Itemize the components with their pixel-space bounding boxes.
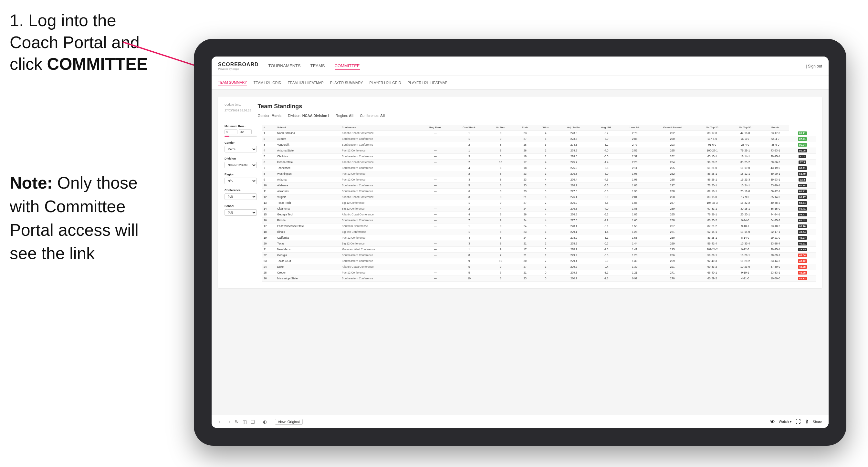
toolbar-bookmark-icon[interactable]: ◫ bbox=[243, 419, 247, 424]
cell-conf-rank: 1 bbox=[452, 148, 487, 153]
toolbar-clock-icon[interactable]: ◐ bbox=[263, 419, 267, 424]
instruction-highlight: COMMITTEE bbox=[47, 55, 148, 73]
subnav-team-summary[interactable]: TEAM SUMMARY bbox=[218, 79, 247, 86]
subnav-player-summary[interactable]: PLAYER SUMMARY bbox=[330, 80, 363, 86]
sign-out-link[interactable]: | Sign out bbox=[806, 64, 823, 68]
toolbar-copy-icon[interactable]: ❏ bbox=[251, 419, 255, 424]
cell-no-tour: 8 bbox=[487, 142, 515, 148]
cell-overall: 72-30-1 bbox=[696, 183, 729, 188]
cell-avg-sg: 1.85 bbox=[620, 200, 649, 206]
cell-reg-rank: — bbox=[419, 188, 452, 194]
cell-wins: 3 bbox=[536, 183, 556, 188]
cell-wins: 3 bbox=[536, 188, 556, 194]
col-overall-record: Overall Record bbox=[649, 125, 696, 130]
cell-vs50: 39-20-1 bbox=[762, 171, 789, 177]
cell-wins: 2 bbox=[536, 235, 556, 241]
toolbar-refresh-icon[interactable]: ↻ bbox=[235, 419, 239, 424]
table-row: 19 California Pac-12 Conference — 4 8 24… bbox=[262, 235, 816, 241]
cell-low-rd: 269 bbox=[649, 241, 696, 246]
cell-school: Texas bbox=[276, 241, 340, 246]
cell-rank: 24 bbox=[262, 264, 276, 270]
cell-conference: Southeastern Conference bbox=[340, 258, 419, 264]
col-points: Points bbox=[762, 125, 789, 130]
subnav-team-h2h-grid[interactable]: TEAM H2H GRID bbox=[254, 80, 281, 86]
subnav-team-h2h-heatmap[interactable]: TEAM H2H HEATMAP bbox=[288, 80, 324, 86]
cell-low-rd: 259 bbox=[649, 206, 696, 212]
cell-low-rd: 262 bbox=[649, 130, 696, 136]
tablet-device: SCOREBOARD Powered by clippd TOURNAMENTS… bbox=[194, 39, 846, 446]
toolbar-forward-icon[interactable]: → bbox=[226, 419, 231, 424]
cell-reg-rank: — bbox=[419, 223, 452, 229]
cell-low-rd: 271 bbox=[649, 229, 696, 235]
cell-conference: Southeastern Conference bbox=[340, 153, 419, 159]
nav-committee[interactable]: COMMITTEE bbox=[335, 62, 360, 70]
cell-overall: 86-26-1 bbox=[696, 177, 729, 183]
cell-overall: 60-39-2 bbox=[696, 276, 729, 281]
cell-no-tour: 6 bbox=[487, 165, 515, 171]
cell-rank: 2 bbox=[262, 136, 276, 142]
cell-wins: 1 bbox=[536, 264, 556, 270]
cell-reg-rank: — bbox=[419, 241, 452, 246]
cell-rank: 20 bbox=[262, 241, 276, 246]
cell-points: 71.7 bbox=[789, 153, 816, 159]
region-select[interactable]: N/A bbox=[224, 178, 257, 184]
cell-rank: 25 bbox=[262, 270, 276, 276]
bottom-toolbar: ← → ↻ ◫ ❏ ◐ View: Original 👁 Watch ▾ ⛶ ⇧… bbox=[212, 415, 829, 428]
cell-sg: -5.1 bbox=[592, 235, 620, 241]
cell-points: 68.71 bbox=[789, 165, 816, 171]
min-round-from-input[interactable] bbox=[224, 129, 238, 134]
cell-sg: -1.4 bbox=[592, 229, 620, 235]
cell-points: 39.25 bbox=[789, 246, 816, 252]
cell-vs50: 23-33-1 bbox=[762, 270, 789, 276]
filter-region-label: Region bbox=[224, 173, 257, 176]
cell-vs25: 17-9-0 bbox=[729, 194, 762, 200]
table-row: 8 Washington Pac-12 Conference — 2 8 23 … bbox=[262, 171, 816, 177]
division-select[interactable]: NCAA Division I bbox=[224, 162, 257, 168]
cell-rnds: 21 bbox=[515, 252, 536, 258]
cell-rank: 9 bbox=[262, 177, 276, 183]
col-low-rd: Low Rd. bbox=[620, 125, 649, 130]
cell-rnds: 21 bbox=[515, 241, 536, 246]
filter-region: Region: All bbox=[336, 114, 353, 118]
cell-conference: Pac-12 Conference bbox=[340, 177, 419, 183]
filter-division: Division: NCAA Division I bbox=[288, 114, 329, 118]
toolbar-expand-icon[interactable]: ⛶ bbox=[796, 419, 801, 425]
cell-vs25: 79-25-1 bbox=[729, 148, 762, 153]
cell-avg-sg: 1.41 bbox=[620, 246, 649, 252]
toolbar-view-button[interactable]: View: Original bbox=[275, 419, 303, 425]
subnav-player-h2h-heatmap[interactable]: PLAYER H2H HEATMAP bbox=[408, 80, 447, 86]
cell-vs50: 37-30-0 bbox=[762, 264, 789, 270]
cell-avg-sg: 1.85 bbox=[620, 212, 649, 217]
school-select[interactable]: (All) bbox=[224, 209, 257, 216]
cell-no-tour: 8 bbox=[487, 177, 515, 183]
cell-low-rd: 268 bbox=[649, 194, 696, 200]
cell-sg: -1.8 bbox=[592, 276, 620, 281]
min-round-to-input[interactable] bbox=[239, 129, 252, 134]
min-round-slider[interactable] bbox=[224, 136, 257, 136]
cell-adj-par: 278.7 bbox=[556, 246, 592, 252]
cell-sg: -6.2 bbox=[592, 212, 620, 217]
cell-rnds: 24 bbox=[515, 223, 536, 229]
toolbar-back-icon[interactable]: ← bbox=[218, 419, 223, 424]
cell-adj-par: 279.2 bbox=[556, 252, 592, 258]
cell-reg-rank: — bbox=[419, 276, 452, 281]
cell-vs25: 9-24-0 bbox=[729, 217, 762, 223]
gender-select[interactable]: Men's bbox=[224, 146, 257, 152]
cell-school: Georgia bbox=[276, 252, 340, 258]
toolbar-watch-button[interactable]: Watch ▾ bbox=[779, 419, 792, 424]
cell-sg: -6.0 bbox=[592, 194, 620, 200]
cell-school: Washington bbox=[276, 171, 340, 177]
step-number: 1. bbox=[10, 11, 24, 30]
nav-teams[interactable]: TEAMS bbox=[310, 62, 325, 70]
nav-tournaments[interactable]: TOURNAMENTS bbox=[269, 62, 301, 70]
cell-avg-sg: 1.30 bbox=[620, 258, 649, 264]
subnav-player-h2h-grid[interactable]: PLAYER H2H GRID bbox=[370, 80, 401, 86]
cell-points: 59.47 bbox=[789, 212, 816, 217]
toolbar-share-button[interactable]: Share bbox=[813, 420, 822, 424]
cell-school: Illinois bbox=[276, 229, 340, 235]
cell-rank: 12 bbox=[262, 194, 276, 200]
conference-select[interactable]: (All) bbox=[224, 193, 257, 200]
cell-no-tour: 9 bbox=[487, 217, 515, 223]
cell-conference: Pac-12 Conference bbox=[340, 171, 419, 177]
cell-conf-rank: 1 bbox=[452, 223, 487, 229]
